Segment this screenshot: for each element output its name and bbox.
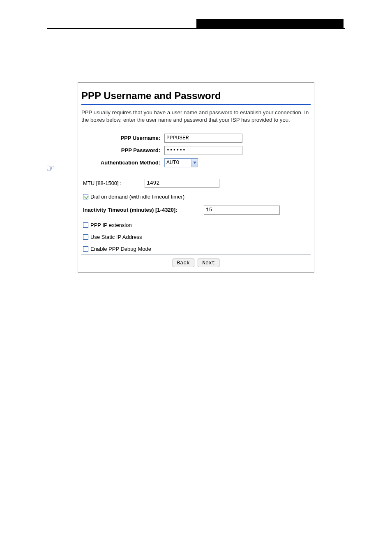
- dial-on-demand-label: Dial on demand (with idle timeout timer): [90, 194, 184, 200]
- page-title: PPP Username and Password: [81, 90, 311, 102]
- pointer-hand-icon: ☞: [46, 162, 55, 174]
- username-label: PPP Username:: [83, 135, 164, 141]
- inactivity-timeout-input[interactable]: [204, 206, 280, 215]
- use-static-ip-label: Use Static IP Address: [90, 234, 142, 240]
- footer-rule: [81, 254, 311, 255]
- inactivity-timeout-label: Inactivity Timeout (minutes) [1-4320]:: [83, 207, 204, 213]
- back-button[interactable]: Back: [173, 259, 194, 267]
- enable-ppp-debug-checkbox[interactable]: [83, 246, 88, 252]
- username-input[interactable]: [164, 134, 242, 143]
- header-black-bar: [196, 19, 344, 28]
- ppp-ip-extension-label: PPP IP extension: [90, 222, 132, 228]
- use-static-ip-checkbox[interactable]: [83, 234, 88, 240]
- description-text: PPP usually requires that you have a use…: [81, 109, 311, 124]
- header-rule: [47, 28, 345, 29]
- mtu-label: MTU [88-1500] :: [83, 180, 145, 186]
- dial-on-demand-checkbox[interactable]: [83, 194, 88, 199]
- title-rule: [81, 104, 311, 105]
- auth-method-label: Authentication Method:: [83, 160, 164, 166]
- password-label: PPP Password:: [83, 147, 164, 153]
- mtu-input[interactable]: [145, 179, 219, 188]
- next-button[interactable]: Next: [198, 259, 219, 267]
- password-input[interactable]: [164, 146, 242, 155]
- auth-method-value: AUTO: [166, 160, 179, 166]
- config-panel: PPP Username and Password PPP usually re…: [78, 82, 314, 273]
- auth-method-select[interactable]: AUTO: [164, 158, 198, 167]
- chevron-down-icon: [191, 159, 198, 167]
- ppp-ip-extension-checkbox[interactable]: [83, 222, 88, 228]
- enable-ppp-debug-label: Enable PPP Debug Mode: [90, 246, 151, 252]
